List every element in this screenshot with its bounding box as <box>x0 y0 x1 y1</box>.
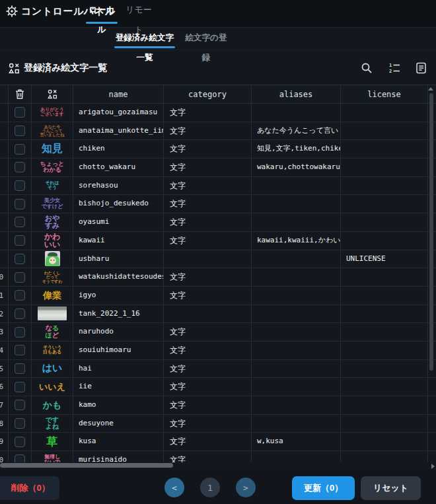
vertical-scrollbar[interactable] <box>429 93 433 371</box>
checkbox-cell <box>8 378 31 396</box>
row-checkbox[interactable] <box>15 199 25 209</box>
row-checkbox[interactable] <box>15 363 25 374</box>
emoji-aliases <box>251 104 340 122</box>
row-checkbox[interactable] <box>15 418 25 429</box>
row-number: 16 <box>0 378 8 396</box>
sorted-list-icon[interactable]: 1 2 <box>388 62 400 74</box>
emoji-category: 文字 <box>163 177 251 195</box>
row-checkbox[interactable] <box>15 272 25 283</box>
column-delete <box>8 85 31 103</box>
table-row[interactable]: 4ちょっとわかるchotto_wakaru文字wakaru,chottowaka… <box>0 159 436 177</box>
row-checkbox[interactable] <box>15 437 25 447</box>
row-checkbox[interactable] <box>15 107 25 118</box>
row-checkbox[interactable] <box>15 308 25 319</box>
table-row[interactable]: 3知見chiken文字知見,文字,tiken,chike <box>0 140 436 159</box>
emoji-license <box>340 305 428 323</box>
trash-icon <box>15 89 24 99</box>
emoji-category: 文字 <box>163 104 251 122</box>
tab-remote[interactable]: リモート <box>123 0 155 28</box>
row-checkbox[interactable] <box>15 162 25 172</box>
table-row[interactable]: 19草kusa文字w,kusa <box>0 433 436 451</box>
table-row[interactable]: 18ですよねdesuyone文字 <box>0 415 436 433</box>
row-checkbox[interactable] <box>15 126 25 136</box>
search-icon[interactable] <box>361 62 373 74</box>
emoji-name: usbharu <box>73 250 163 268</box>
row-number: 19 <box>0 433 8 450</box>
emoji-preview: かわいい <box>31 232 73 250</box>
svg-text:2: 2 <box>389 69 392 74</box>
emoji-category: 文字 <box>163 396 251 414</box>
emoji-name: kusa <box>73 433 163 450</box>
subtab-emoji-list[interactable]: 登録済み絵文字一覧 <box>114 28 175 48</box>
table-row[interactable]: 8かわいいkawaii文字kawaii,kwaiii,かわいい <box>0 232 436 250</box>
table-row[interactable]: 11偉業igyo文字 <box>0 287 436 305</box>
table-row[interactable]: 1ありがとうございますarigatou_gozaimasu文字 <box>0 104 436 122</box>
table-row[interactable]: 2あなた今うんこって言いましたねanataima_unkotte_iima文字あ… <box>0 122 436 141</box>
emoji-table: name category aliases license 1ありがとうございま… <box>0 85 436 462</box>
row-number: 20 <box>0 451 8 462</box>
row-checkbox[interactable] <box>15 400 25 410</box>
table-row[interactable]: 20無理しないでmurisinaido文字 <box>0 451 436 462</box>
emoji-name: naruhodo <box>73 323 163 341</box>
row-checkbox[interactable] <box>15 345 25 355</box>
table-row[interactable]: 7おやすみoyasumi文字 <box>0 213 436 232</box>
horizontal-scrollbar[interactable] <box>0 463 173 468</box>
row-number: 15 <box>0 360 8 378</box>
emoji-license <box>340 415 428 433</box>
row-checkbox[interactable] <box>15 254 25 264</box>
row-checkbox[interactable] <box>15 382 25 392</box>
checkbox-cell <box>8 433 31 450</box>
emoji-license <box>340 396 428 414</box>
custom-emoji-icon <box>48 89 57 99</box>
table-row[interactable]: 5それはそうsorehasou文字 <box>0 177 436 196</box>
checkbox-cell <box>8 360 31 378</box>
table-row[interactable]: 9usbharuUNLICENSE <box>0 250 436 269</box>
emoji-preview: 知見 <box>31 140 73 158</box>
row-checkbox[interactable] <box>15 235 25 246</box>
row-checkbox[interactable] <box>15 454 25 462</box>
next-page-button[interactable]: > <box>236 478 256 497</box>
emoji-aliases <box>251 415 340 433</box>
table-row[interactable]: 12tank_2022_1_16 <box>0 305 436 324</box>
table-row[interactable]: 17かもkamo文字 <box>0 396 436 415</box>
horizontal-scrollbar-track <box>0 462 436 470</box>
update-button[interactable]: 更新（0） <box>292 476 355 500</box>
checkbox-cell <box>8 177 31 195</box>
subtab-emoji-register[interactable]: 絵文字の登録 <box>182 28 230 48</box>
active-tab-underline <box>86 22 118 24</box>
avatar <box>45 251 60 266</box>
emoji-license <box>340 104 428 122</box>
row-number: 18 <box>0 415 8 433</box>
scroll-up-arrow-icon[interactable] <box>428 87 433 90</box>
emoji-name: bishojo_desukedo <box>73 195 163 213</box>
emoji-category: 文字 <box>163 268 251 286</box>
document-icon[interactable] <box>416 62 427 74</box>
control-panel-window: コントロールパネル ローカル リモート 登録済み絵文字一覧 絵文字の登録 登録済… <box>0 0 436 504</box>
prev-page-button[interactable]: < <box>164 478 184 497</box>
row-checkbox[interactable] <box>15 290 25 301</box>
table-row[interactable]: 10わたくしだってそうですわwatakushidattesoudesu文字 <box>0 268 436 287</box>
emoji-aliases <box>251 195 340 213</box>
reset-button[interactable]: リセット <box>361 476 421 500</box>
table-row[interactable]: 16いいえiie文字 <box>0 378 436 396</box>
row-checkbox[interactable] <box>15 144 25 155</box>
table-row[interactable]: 13なるほどnaruhodo文字 <box>0 323 436 342</box>
checkbox-cell <box>8 323 31 341</box>
emoji-category: 文字 <box>163 323 251 341</box>
emoji-license <box>340 378 428 396</box>
row-checkbox[interactable] <box>15 217 25 227</box>
emoji-category: 文字 <box>163 378 251 396</box>
emoji-preview: いいえ <box>31 378 73 396</box>
row-checkbox[interactable] <box>15 180 25 191</box>
column-name: name <box>73 85 163 103</box>
row-checkbox[interactable] <box>15 327 25 338</box>
table-row[interactable]: 14そういう日もあるsouiuhimoaru文字 <box>0 342 436 360</box>
scroll-right-arrow-icon[interactable] <box>431 464 435 469</box>
current-page-button[interactable]: 1 <box>200 478 220 497</box>
table-row[interactable]: 6美少女ですけどbishojo_desukedo文字 <box>0 195 436 213</box>
table-row[interactable]: 15はいhai文字 <box>0 360 436 378</box>
delete-button[interactable]: 削除（0） <box>0 476 59 500</box>
row-number: 9 <box>0 250 8 268</box>
checkbox-cell <box>8 305 31 323</box>
emoji-preview <box>31 305 73 323</box>
